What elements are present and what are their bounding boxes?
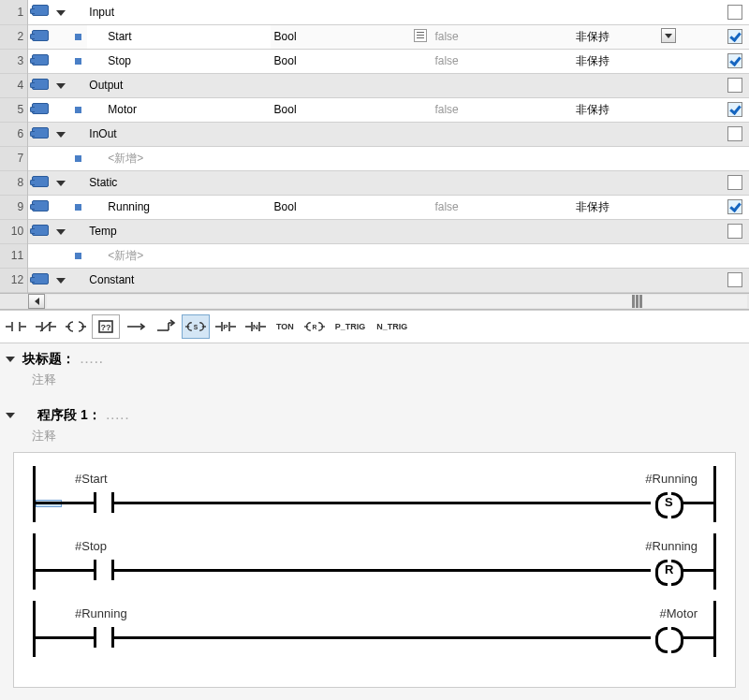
coil-label[interactable]: #Running — [645, 472, 698, 486]
ladder-diagram[interactable]: #Start#RunningS#Stop#RunningR#Running#Mo… — [13, 452, 736, 688]
contact-no[interactable] — [94, 560, 114, 580]
variable-name[interactable]: <新增> — [87, 146, 270, 170]
chevron-down-icon[interactable] — [56, 83, 66, 89]
expand-cell[interactable] — [51, 0, 69, 24]
variable-type[interactable] — [271, 243, 410, 268]
default-value[interactable] — [431, 122, 572, 146]
table-row[interactable]: 11<新增> — [0, 243, 749, 268]
contact-label[interactable]: #Stop — [75, 539, 107, 553]
checkbox[interactable] — [727, 53, 742, 68]
tool-contact-nc[interactable] — [32, 314, 60, 339]
tool-contact-p[interactable]: P — [212, 314, 240, 339]
expand-cell[interactable] — [51, 122, 69, 146]
variable-name[interactable]: Input — [87, 0, 270, 24]
table-row[interactable]: 1Input — [0, 0, 749, 24]
tool-box-qq[interactable]: ?? — [92, 314, 120, 339]
ladder-rung[interactable]: #Running#Motor — [23, 601, 726, 657]
network-1-comment[interactable]: 注释 — [32, 428, 743, 445]
default-value[interactable] — [431, 243, 572, 268]
collapse-icon[interactable] — [6, 413, 15, 418]
checkbox[interactable] — [727, 199, 742, 214]
table-row[interactable]: 10Temp — [0, 219, 749, 243]
network-1-header[interactable]: 程序段 1： ..... — [6, 407, 743, 424]
variable-name[interactable]: Stop — [87, 49, 270, 73]
variable-type[interactable]: Bool — [271, 97, 410, 122]
checkbox[interactable] — [727, 224, 742, 239]
variable-type[interactable] — [271, 0, 410, 24]
tool-ntrig[interactable]: N_TRIG — [372, 314, 412, 339]
retain-value[interactable]: 非保持 — [572, 195, 657, 219]
checkbox[interactable] — [727, 5, 742, 20]
expand-cell[interactable] — [51, 73, 69, 97]
table-row[interactable]: 6InOut — [0, 122, 749, 146]
default-value[interactable] — [431, 268, 572, 292]
chevron-down-icon[interactable] — [56, 132, 66, 138]
variable-type[interactable]: Bool — [271, 24, 410, 49]
retain-value[interactable] — [572, 73, 657, 97]
tool-ptrig[interactable]: P_TRIG — [330, 314, 371, 339]
table-row[interactable]: 7<新增> — [0, 146, 749, 170]
tool-coil[interactable] — [62, 314, 90, 339]
variable-name[interactable]: Output — [87, 73, 270, 97]
coil-label[interactable]: #Motor — [660, 606, 698, 620]
default-value[interactable]: false — [431, 24, 572, 49]
variable-type[interactable] — [271, 73, 410, 97]
default-value[interactable] — [431, 146, 572, 170]
scroll-track[interactable] — [47, 295, 747, 308]
retain-value[interactable]: 非保持 — [572, 97, 657, 122]
default-value[interactable]: false — [431, 97, 572, 122]
checkbox[interactable] — [727, 102, 742, 117]
retain-value[interactable] — [572, 243, 657, 268]
contact-no[interactable] — [94, 627, 114, 648]
checkbox[interactable] — [727, 126, 742, 141]
ladder-rung[interactable]: #Start#RunningS — [23, 466, 726, 522]
variable-type[interactable] — [271, 170, 410, 195]
tool-branch-close[interactable] — [152, 314, 180, 339]
default-value[interactable] — [431, 0, 572, 24]
variable-type[interactable] — [271, 146, 410, 170]
variable-name[interactable]: Temp — [87, 219, 270, 243]
expand-cell[interactable] — [51, 170, 69, 195]
block-comment[interactable]: 注释 — [32, 372, 743, 388]
default-value[interactable] — [431, 73, 572, 97]
checkbox[interactable] — [727, 78, 742, 93]
default-value[interactable]: false — [431, 49, 572, 73]
chevron-down-icon[interactable] — [56, 278, 66, 284]
tool-branch-open[interactable] — [122, 314, 150, 339]
table-row[interactable]: 2StartBoolfalse非保持 — [0, 24, 749, 49]
expand-cell[interactable] — [51, 219, 69, 243]
contact-label[interactable]: #Running — [75, 606, 127, 620]
default-value[interactable] — [431, 219, 572, 243]
tool-ton[interactable]: TON — [272, 314, 299, 339]
chevron-down-icon[interactable] — [56, 181, 66, 186]
retain-value[interactable] — [572, 146, 657, 170]
retain-value[interactable] — [572, 122, 657, 146]
variable-name[interactable]: Running — [87, 195, 270, 219]
variable-name[interactable]: <新增> — [87, 243, 270, 268]
table-row[interactable]: 9RunningBoolfalse非保持 — [0, 195, 749, 219]
chevron-down-icon[interactable] — [56, 229, 66, 235]
table-row[interactable]: 12Constant — [0, 268, 749, 292]
coil[interactable]: S — [655, 492, 683, 513]
checkbox[interactable] — [727, 272, 742, 287]
retain-value[interactable]: 非保持 — [572, 24, 657, 49]
default-value[interactable]: false — [431, 195, 572, 219]
retain-value[interactable] — [572, 0, 657, 24]
variable-name[interactable]: Motor — [87, 97, 270, 122]
contact-no[interactable] — [94, 492, 114, 513]
coil-label[interactable]: #Running — [645, 539, 698, 553]
variable-name[interactable]: Static — [87, 170, 270, 195]
retain-value[interactable] — [572, 219, 657, 243]
table-row[interactable]: 8Static — [0, 170, 749, 195]
variable-name[interactable]: InOut — [87, 122, 270, 146]
table-row[interactable]: 5MotorBoolfalse非保持 — [0, 97, 749, 122]
horizontal-scrollbar[interactable] — [0, 293, 749, 310]
block-title-header[interactable]: 块标题： ..... — [6, 351, 743, 368]
variable-type[interactable] — [271, 122, 410, 146]
variable-type[interactable] — [271, 268, 410, 292]
tool-coil-s[interactable]: S — [182, 314, 210, 339]
coil[interactable] — [655, 627, 683, 648]
variable-type[interactable]: Bool — [271, 195, 410, 219]
contact-label[interactable]: #Start — [75, 472, 108, 486]
retain-value[interactable] — [572, 268, 657, 292]
